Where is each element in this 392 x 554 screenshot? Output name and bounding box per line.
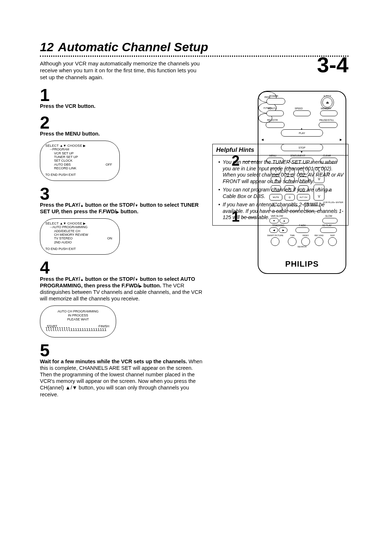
hint-item: You can not enter the TUNER SET UP menu …: [219, 159, 344, 185]
dotted-rule: [40, 56, 348, 57]
rec-otr-button: [266, 122, 285, 128]
step-number-4: 4: [40, 260, 205, 275]
osd-progress: AUTO CH PROGRAMMING IN PROCESS PLEASE WA…: [40, 306, 116, 337]
vcrtv-button: [266, 110, 284, 116]
page-number: 12: [40, 40, 54, 54]
step-text-3: Press the PLAY/ button or the STOP/ butt…: [40, 202, 205, 215]
x2play-button: [320, 227, 337, 233]
eject-button: ⏏: [322, 97, 332, 108]
smart-picture-button: [271, 237, 279, 246]
hint-item: If you have an antenna, channels 2-69 wi…: [219, 202, 344, 221]
page-title: Automatic Channel Setup: [58, 40, 208, 54]
speed-button: [293, 110, 311, 116]
time-button: [288, 237, 297, 246]
osd-menu-2: SELECT ▲▼ CHOOSE ▶ →AUTO PROGRAMMING ADD…: [40, 218, 120, 255]
down-arrow-icon: [135, 202, 138, 208]
brand-logo: PHILIPS: [258, 259, 346, 269]
pause-still-button: [319, 122, 338, 128]
down-arrow-icon: ▼: [300, 150, 303, 154]
step-text-5: Wait for a few minutes while the VCR set…: [40, 358, 205, 398]
intro-paragraph: Although your VCR may automatically memo…: [40, 60, 205, 81]
step-number-3: 3: [40, 186, 205, 202]
right-arrow-icon: ▶: [340, 138, 342, 141]
right-arrow-icon: [116, 209, 119, 214]
step-text-1: Press the VCR button.: [40, 103, 205, 109]
down-arrow-icon: [135, 276, 138, 282]
search-label: SEARCH: [258, 246, 346, 248]
up-arrow-icon: [80, 202, 84, 208]
skip-button: [328, 237, 337, 246]
index-button: [301, 237, 310, 246]
step-number-2: 2: [40, 115, 205, 130]
power-button: [266, 98, 285, 105]
right-arrow-icon: [139, 283, 142, 288]
stop-button: STOP: [281, 144, 323, 151]
recend-button: [315, 237, 323, 246]
hint-item: You can not program channels if you are …: [219, 187, 344, 199]
tracking-right-button: ▶: [279, 227, 287, 233]
step-number-1: 1: [40, 87, 205, 103]
step-text-4: Press the PLAY/ button or the STOP/ butt…: [40, 276, 205, 302]
fadv-button: [295, 227, 309, 233]
tracking-left-button: ◀: [269, 227, 278, 233]
up-arrow-icon: [80, 276, 84, 282]
step-number-5: 5: [40, 343, 205, 358]
left-arrow-icon: ◀: [261, 138, 264, 141]
power-label: POWER: [269, 95, 278, 98]
step-text-2: Press the MENU button.: [40, 130, 205, 137]
bottom-function-row: SMART PICTURE TIME INDEX REC END SKIP: [267, 235, 337, 246]
memory-button: [320, 110, 338, 116]
section-indicator: 3-4: [317, 52, 348, 77]
play-button: PLAY: [281, 129, 323, 137]
osd-menu-1: SELECT ▲▼ CHOOSE ▶ →PROGRAM VCR SET UP T…: [40, 141, 120, 181]
